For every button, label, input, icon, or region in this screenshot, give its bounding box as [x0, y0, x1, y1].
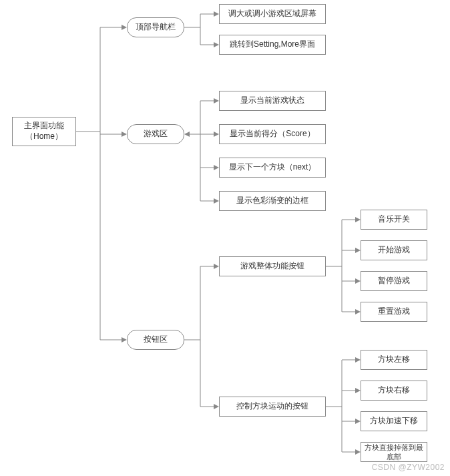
- watermark: CSDN @ZYW2002: [372, 463, 445, 472]
- svg-marker-38: [355, 278, 361, 284]
- svg-marker-28: [214, 264, 219, 269]
- svg-marker-3: [122, 25, 127, 30]
- svg-marker-19: [214, 98, 219, 103]
- svg-marker-22: [214, 165, 219, 170]
- svg-marker-16: [214, 132, 219, 137]
- svg-marker-50: [355, 449, 361, 455]
- svg-marker-36: [355, 248, 361, 253]
- svg-marker-13: [214, 42, 219, 47]
- connectors: [0, 0, 450, 476]
- svg-marker-48: [355, 419, 361, 424]
- svg-marker-24: [214, 198, 219, 204]
- diagram-canvas: { "root": { "label": "主界面功能\n（Home）" }, …: [0, 0, 450, 476]
- svg-marker-5: [122, 132, 127, 137]
- svg-marker-11: [214, 11, 219, 17]
- svg-marker-30: [214, 404, 219, 409]
- svg-marker-15: [184, 132, 190, 137]
- svg-marker-34: [355, 217, 361, 222]
- svg-marker-44: [355, 357, 361, 363]
- svg-marker-7: [122, 337, 127, 342]
- svg-marker-40: [355, 309, 361, 314]
- svg-marker-46: [355, 388, 361, 393]
